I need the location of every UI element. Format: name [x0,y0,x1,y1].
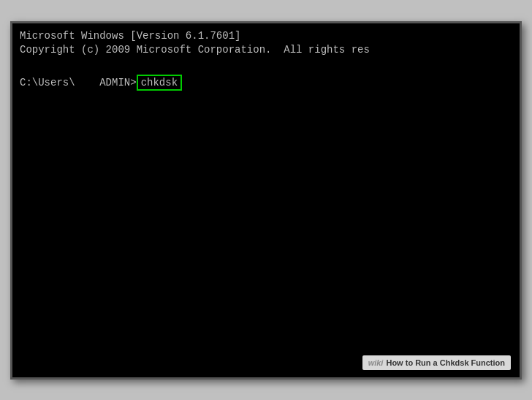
outer-container: Microsoft Windows [Version 6.1.7601] Cop… [0,0,532,400]
wiki-logo: wiki [368,358,384,367]
terminal-wrapper: Microsoft Windows [Version 6.1.7601] Cop… [10,21,522,380]
wiki-article-title: How to Run a Chkdsk Function [386,358,505,367]
terminal-screen: Microsoft Windows [Version 6.1.7601] Cop… [12,23,520,377]
prompt-text: C:\Users\ ADMIN> [20,77,137,88]
wikihow-badge: wiki How to Run a Chkdsk Function [362,355,511,370]
terminal-line-blank [20,58,512,72]
command-text: chkdsk [137,75,182,91]
terminal-line-2: Copyright (c) 2009 Microsoft Corporation… [20,43,512,58]
terminal-line-1: Microsoft Windows [Version 6.1.7601] [20,29,512,44]
prompt-line: C:\Users\ ADMIN> chkdsk [20,75,512,91]
